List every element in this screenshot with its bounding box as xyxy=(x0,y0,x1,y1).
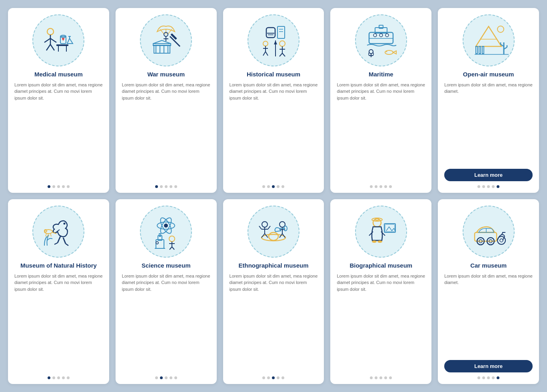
dot-4 xyxy=(277,185,279,188)
svg-rect-31 xyxy=(266,28,275,38)
natural-history-text: Lorem ipsum dolor sit dim amet, mea regi… xyxy=(14,273,103,373)
svg-line-79 xyxy=(46,234,46,236)
svg-line-81 xyxy=(50,233,51,236)
dot-5 xyxy=(497,376,499,379)
dot-4 xyxy=(62,185,65,188)
medical-museum-text: Lorem ipsum dolor sit dim amet, mea regi… xyxy=(14,82,103,182)
svg-rect-61 xyxy=(476,46,477,54)
natural-history-title: Museum of Natural History xyxy=(20,262,97,270)
dot-2 xyxy=(160,376,163,379)
svg-point-34 xyxy=(279,41,285,46)
svg-line-73 xyxy=(54,243,58,244)
svg-point-105 xyxy=(262,222,268,227)
historical-museum-icon-area xyxy=(248,14,299,66)
dot-4 xyxy=(384,185,387,188)
dot-1 xyxy=(477,376,480,379)
dot-1 xyxy=(262,185,265,188)
dot-3 xyxy=(57,185,60,188)
dot-3 xyxy=(272,376,275,379)
svg-point-77 xyxy=(44,230,47,232)
dot-5 xyxy=(67,185,70,188)
svg-point-82 xyxy=(164,224,168,228)
svg-rect-63 xyxy=(482,46,484,54)
car-museum-learn-more-button[interactable]: Learn more xyxy=(444,360,533,372)
science-museum-icon-area xyxy=(140,206,192,258)
dot-2 xyxy=(52,376,55,379)
dot-5 xyxy=(497,185,499,188)
biographical-museum-text: Lorem ipsum dolor sit dim amet, mea regi… xyxy=(337,273,425,373)
maritime-text: Lorem ipsum dolor sit dim amet, mea regi… xyxy=(337,82,425,182)
maritime-dots xyxy=(370,185,392,188)
dot-5 xyxy=(174,376,177,379)
dot-2 xyxy=(482,376,485,379)
dot-1 xyxy=(48,376,50,379)
open-air-museum-text: Lorem ipsum dolor sit dim amet, mea regi… xyxy=(444,82,533,165)
car-museum-dots xyxy=(477,376,499,379)
card-car-museum: Car museum Lorem ipsum dolor sit dim ame… xyxy=(438,199,539,384)
ethnographical-museum-text: Lorem ipsum dolor sit dim amet, mea regi… xyxy=(230,273,318,373)
science-museum-title: Science museum xyxy=(142,262,191,270)
historical-museum-text: Lorem ipsum dolor sit dim amet, mea regi… xyxy=(230,82,318,182)
open-air-museum-dots xyxy=(477,185,499,188)
svg-rect-62 xyxy=(479,46,481,54)
maritime-title: Maritime xyxy=(369,70,393,78)
dot-4 xyxy=(170,185,172,188)
svg-marker-25 xyxy=(153,40,171,44)
open-air-museum-title: Open-air museum xyxy=(463,70,514,78)
dot-5 xyxy=(389,376,392,379)
svg-point-0 xyxy=(47,28,54,35)
dot-3 xyxy=(487,185,490,188)
card-maritime: Maritime Lorem ipsum dolor sit dim amet,… xyxy=(330,8,431,193)
medical-museum-icon xyxy=(38,20,78,60)
card-war-museum: War museum Lorem ipsum dolor sit dim ame… xyxy=(116,8,217,193)
open-air-museum-learn-more-button[interactable]: Learn more xyxy=(444,169,533,181)
svg-line-72 xyxy=(63,238,66,244)
dot-2 xyxy=(375,376,377,379)
natural-history-icon xyxy=(38,212,78,252)
svg-point-50 xyxy=(373,34,377,37)
dot-5 xyxy=(389,185,392,188)
dot-2 xyxy=(160,185,163,188)
dot-3 xyxy=(165,185,168,188)
dot-4 xyxy=(492,185,495,188)
dot-3 xyxy=(272,185,275,188)
svg-point-56 xyxy=(385,50,393,54)
dot-2 xyxy=(482,185,485,188)
dot-4 xyxy=(62,376,65,379)
svg-point-51 xyxy=(379,34,383,37)
svg-point-60 xyxy=(497,26,504,32)
card-historical-museum: Historical museum Lorem ipsum dolor sit … xyxy=(223,8,324,193)
dot-1 xyxy=(262,376,265,379)
open-air-museum-icon-area xyxy=(463,14,515,66)
svg-line-74 xyxy=(66,244,68,246)
car-museum-icon xyxy=(469,212,509,252)
dot-1 xyxy=(370,185,373,188)
svg-line-45 xyxy=(266,52,268,56)
medical-museum-title: Medical museum xyxy=(34,70,83,78)
svg-point-119 xyxy=(372,240,377,243)
museum-cards-grid: Medical museum Lorem ipsum dolor sit dim… xyxy=(8,8,539,384)
svg-line-2 xyxy=(44,38,50,42)
svg-line-113 xyxy=(369,232,373,236)
ethnographical-museum-title: Ethnographical museum xyxy=(238,262,308,270)
ethnographical-museum-dots xyxy=(262,376,284,379)
svg-line-71 xyxy=(58,236,60,243)
war-museum-title: War museum xyxy=(147,70,185,78)
war-museum-icon xyxy=(146,20,186,60)
dot-1 xyxy=(477,185,480,188)
svg-point-52 xyxy=(385,34,389,37)
dot-3 xyxy=(487,376,490,379)
ethnographical-museum-icon-area xyxy=(248,206,299,258)
dot-5 xyxy=(281,376,284,379)
svg-point-97 xyxy=(269,232,278,240)
svg-point-128 xyxy=(500,239,503,242)
dot-1 xyxy=(370,376,373,379)
dot-4 xyxy=(492,376,495,379)
svg-point-70 xyxy=(64,223,66,225)
science-museum-text: Lorem ipsum dolor sit dim amet, mea regi… xyxy=(122,273,210,373)
svg-rect-121 xyxy=(475,232,497,241)
svg-line-3 xyxy=(50,38,56,42)
dot-2 xyxy=(52,185,55,188)
biographical-museum-icon-area xyxy=(355,206,407,258)
war-museum-icon-area xyxy=(140,14,192,66)
